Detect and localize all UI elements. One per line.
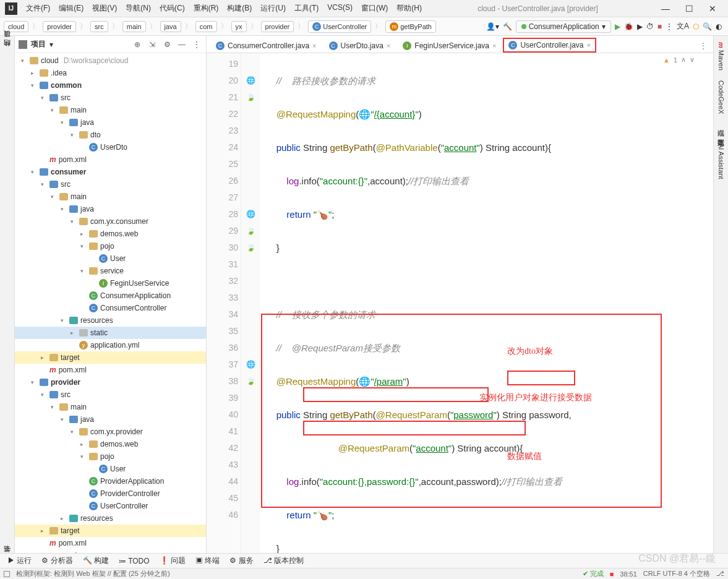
bottom-tool-button[interactable]: ❗ 问题	[156, 554, 189, 567]
tree-node[interactable]: mpom.xml	[15, 153, 206, 166]
tree-node[interactable]: mpom.xml	[15, 537, 206, 549]
chevron-down-icon[interactable]: ▾	[49, 40, 53, 49]
breadcrumb-item[interactable]: mgetByPath	[385, 20, 436, 33]
tree-node[interactable]: ▾service	[15, 265, 206, 277]
breadcrumb-item[interactable]: java	[160, 21, 181, 32]
menu-item[interactable]: 窗口(W)	[358, 1, 392, 15]
tree-node[interactable]: mpom.xml	[15, 364, 206, 376]
expand-all-icon[interactable]: ⇲	[147, 39, 158, 50]
tree-node[interactable]: CProviderController	[15, 487, 206, 500]
tree-node[interactable]: CUserController	[15, 500, 206, 512]
menu-item[interactable]: 代码(C)	[156, 1, 189, 15]
left-tab-project[interactable]: 项目	[1, 38, 13, 46]
tree-node[interactable]: ▸.idea	[15, 67, 206, 79]
close-button[interactable]: ✕	[703, 4, 722, 14]
breadcrumb-item[interactable]: com	[195, 21, 217, 32]
left-tab-structure[interactable]: 结构	[1, 48, 13, 56]
tree-node[interactable]: ▾com.yx.provider	[15, 426, 206, 438]
breadcrumb-item[interactable]: provider	[43, 21, 76, 32]
tree-node[interactable]: CUser	[15, 252, 206, 265]
breadcrumb-item[interactable]: src	[90, 21, 108, 32]
status-branch-icon[interactable]: ⎇	[716, 570, 724, 578]
tab-close-icon[interactable]: ×	[312, 42, 316, 49]
tree-node[interactable]: ▾main	[15, 191, 206, 203]
code-viewport[interactable]: 1920212223242526272829303132333435363738…	[207, 53, 713, 562]
menu-item[interactable]: 构建(B)	[223, 1, 255, 15]
tree-node[interactable]: ▸demos.web	[15, 228, 206, 240]
tab-close-icon[interactable]: ×	[492, 42, 496, 49]
bottom-tool-button[interactable]: ▣ 终端	[192, 554, 223, 567]
maximize-button[interactable]: ☐	[680, 4, 698, 14]
menu-item[interactable]: 文件(F)	[22, 1, 54, 15]
profile-button[interactable]: ⏱	[646, 22, 654, 31]
prev-problem-icon[interactable]: ∧	[681, 56, 686, 64]
tree-node[interactable]: yapplication.yml	[15, 339, 206, 351]
tree-node[interactable]: ▾provider	[15, 376, 206, 388]
plugin-icon[interactable]: ⬡	[693, 22, 699, 31]
bottom-tool-button[interactable]: ⚙ 服务	[226, 554, 257, 567]
tabs-menu-icon[interactable]: ⋮	[693, 39, 713, 53]
tree-node[interactable]: IFeginUserService	[15, 277, 206, 290]
tree-node[interactable]: CProviderApplication	[15, 475, 206, 487]
menu-item[interactable]: 运行(U)	[257, 1, 289, 15]
menu-item[interactable]: 编辑(E)	[55, 1, 87, 15]
tree-node[interactable]: CConsumerApplication	[15, 290, 206, 302]
project-tree[interactable]: ▾cloudD:\worksapce\cloud▸.idea▾common▾sr…	[15, 53, 206, 562]
menu-item[interactable]: 导航(N)	[122, 1, 155, 15]
menu-item[interactable]: 帮助(H)	[393, 1, 426, 15]
more-icon[interactable]: ⋮	[666, 22, 673, 31]
editor-tab[interactable]: CConsumerController.java×	[210, 38, 322, 53]
tree-node[interactable]: ▾java	[15, 116, 206, 129]
tree-node[interactable]: ▾src	[15, 388, 206, 401]
bottom-tool-button[interactable]: ≔ TODO	[115, 555, 153, 567]
tree-node[interactable]: ▾java	[15, 413, 206, 426]
status-toggle-icon[interactable]	[4, 571, 10, 577]
tab-close-icon[interactable]: ×	[587, 41, 591, 49]
select-opened-file-icon[interactable]: ⊕	[132, 39, 143, 50]
tree-node[interactable]: ▾src	[15, 178, 206, 191]
next-problem-icon[interactable]: ∨	[690, 56, 695, 64]
code-content[interactable]: // 路径接收参数的请求 @RequestMapping(🌐"/{account…	[260, 53, 713, 562]
tree-node[interactable]: ▾pojo	[15, 450, 206, 463]
tree-node[interactable]: ▾pojo	[15, 240, 206, 252]
tree-node[interactable]: ▾main	[15, 104, 206, 116]
editor-tab[interactable]: CUserDto.java×	[323, 38, 396, 53]
tree-node[interactable]: ▾dto	[15, 129, 206, 141]
more-icon[interactable]: ⋮	[191, 39, 202, 50]
right-tab-maven[interactable]: m Maven	[716, 38, 726, 74]
tree-node[interactable]: ▾com.yx.consumer	[15, 215, 206, 228]
editor-problems-indicator[interactable]: ▲ 1 ∧ ∨	[663, 56, 695, 64]
breadcrumb-item[interactable]: yx	[231, 21, 247, 32]
right-tab-endpoints[interactable]: 端点	[715, 120, 727, 127]
tree-node[interactable]: CUserDto	[15, 141, 206, 153]
settings-icon[interactable]: ⚙	[161, 39, 173, 50]
bottom-tool-button[interactable]: ▶ 运行	[4, 554, 35, 567]
bottom-tool-button[interactable]: ⚙ 分析器	[38, 554, 76, 567]
bottom-tool-button[interactable]: 🔨 构建	[79, 554, 113, 567]
tree-node[interactable]: ▾resources	[15, 314, 206, 327]
tree-node[interactable]: ▾main	[15, 401, 206, 413]
debug-button[interactable]: 🐞	[624, 22, 633, 31]
tree-node[interactable]: ▸static	[15, 327, 206, 339]
hide-panel-icon[interactable]: —	[176, 39, 187, 50]
breadcrumb-item[interactable]: main	[122, 21, 146, 32]
tree-node[interactable]: ▾consumer	[15, 166, 206, 178]
right-tab-codegeex[interactable]: CodeGeeX	[716, 77, 726, 118]
tree-node[interactable]: CUser	[15, 463, 206, 475]
tree-node[interactable]: ▸demos.web	[15, 438, 206, 450]
tab-close-icon[interactable]: ×	[387, 42, 390, 49]
bottom-tool-button[interactable]: ⎇ 版本控制	[260, 554, 307, 567]
breadcrumb-item[interactable]: CUserController	[308, 20, 371, 33]
tree-node[interactable]: ▸target	[15, 351, 206, 364]
menu-item[interactable]: VCS(S)	[323, 1, 356, 15]
tree-node[interactable]: ▸target	[15, 525, 206, 537]
menu-item[interactable]: 工具(T)	[291, 1, 322, 15]
tree-node[interactable]: ▾java	[15, 203, 206, 215]
tree-node[interactable]: CConsumerController	[15, 302, 206, 314]
right-tab-ai[interactable]: AI Assistant	[716, 140, 726, 182]
menu-item[interactable]: 视图(V)	[88, 1, 121, 15]
user-icon[interactable]: 👤▾	[486, 22, 499, 31]
right-tab-database[interactable]: 数据库	[715, 130, 727, 137]
stop-button[interactable]: ■	[657, 22, 662, 31]
translate-icon[interactable]: 文A	[677, 21, 689, 32]
